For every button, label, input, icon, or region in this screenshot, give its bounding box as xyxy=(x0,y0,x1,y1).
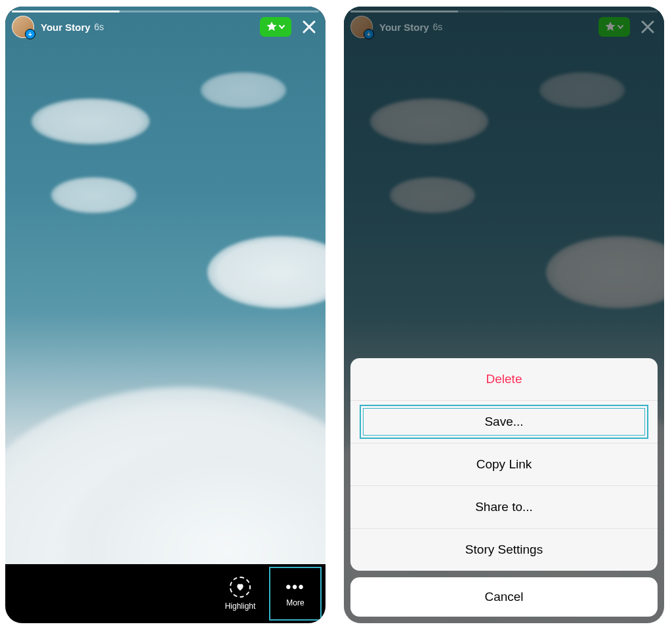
more-label: More xyxy=(286,598,304,607)
story-progress-fill xyxy=(12,10,119,12)
star-dropdown-icon xyxy=(603,21,625,33)
star-dropdown-icon xyxy=(264,21,287,33)
save-label: Save... xyxy=(484,415,523,429)
highlight-ring-icon xyxy=(230,577,251,598)
action-sheet-list: Delete Save... Copy Link Share to... Sto… xyxy=(350,358,658,571)
cancel-label: Cancel xyxy=(484,590,523,604)
story-time: 6s xyxy=(94,22,104,32)
close-button xyxy=(638,17,658,37)
share-to-button[interactable]: Share to... xyxy=(350,485,658,528)
add-icon: + xyxy=(25,29,35,39)
avatar: + xyxy=(350,16,373,38)
close-icon xyxy=(640,19,656,35)
action-sheet: Delete Save... Copy Link Share to... Sto… xyxy=(350,358,658,617)
story-settings-button[interactable]: Story Settings xyxy=(350,528,658,571)
save-button[interactable]: Save... xyxy=(350,400,658,443)
story-progress-fill xyxy=(350,10,458,12)
story-progress-bar xyxy=(12,10,319,12)
delete-label: Delete xyxy=(486,372,522,386)
story-top-bar: + Your Story 6s xyxy=(350,16,658,38)
delete-button[interactable]: Delete xyxy=(350,358,658,400)
avatar[interactable]: + xyxy=(12,16,34,38)
story-title: Your Story xyxy=(41,22,91,33)
story-settings-label: Story Settings xyxy=(465,543,543,557)
story-progress-bar xyxy=(350,10,658,12)
close-friends-badge[interactable] xyxy=(260,17,291,37)
story-viewer-screen: + Your Story 6s xyxy=(5,7,326,623)
story-time: 6s xyxy=(433,22,443,32)
close-button[interactable] xyxy=(299,17,319,37)
more-icon: ••• xyxy=(285,580,304,594)
highlight-label: Highlight xyxy=(225,602,256,611)
story-top-bar: + Your Story 6s xyxy=(12,16,319,38)
close-icon xyxy=(301,19,317,35)
cancel-button[interactable]: Cancel xyxy=(350,577,658,617)
copy-link-button[interactable]: Copy Link xyxy=(350,443,658,485)
share-to-label: Share to... xyxy=(475,500,533,514)
more-button[interactable]: ••• More xyxy=(269,567,322,621)
story-background[interactable] xyxy=(5,7,326,623)
story-viewer-screen-menu: + Your Story 6s Delete xyxy=(344,7,664,623)
add-icon: + xyxy=(364,29,374,39)
close-friends-badge xyxy=(598,17,630,37)
heart-icon xyxy=(236,583,245,592)
story-bottom-bar: Highlight ••• More xyxy=(5,564,326,623)
highlight-button[interactable]: Highlight xyxy=(215,568,265,619)
story-title: Your Story xyxy=(379,22,429,33)
copy-link-label: Copy Link xyxy=(476,457,532,472)
